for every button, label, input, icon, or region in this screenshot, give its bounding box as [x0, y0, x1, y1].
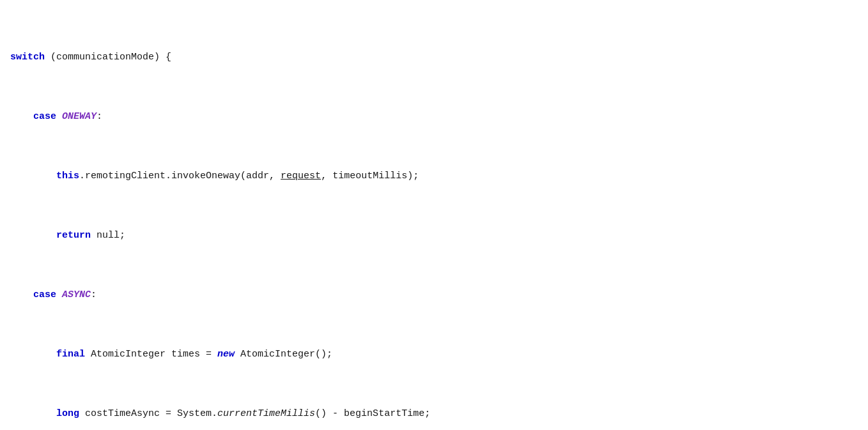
line-1: switch (communicationMode) {	[0, 50, 868, 65]
case-async-label: ASYNC	[62, 289, 91, 300]
new-kw-1: new	[217, 349, 235, 360]
switch-keyword: switch	[10, 52, 45, 63]
line-3: this.remotingClient.invokeOneway(addr, r…	[0, 169, 868, 183]
final-kw: final	[56, 349, 85, 360]
this-kw-1: this	[56, 171, 79, 181]
line-6: final AtomicInteger times = new AtomicIn…	[0, 347, 868, 362]
code-block: switch (communicationMode) { case ONEWAY…	[0, 0, 868, 430]
line-7: long costTimeAsync = System.currentTimeM…	[0, 406, 868, 421]
case-keyword-2: case	[33, 289, 56, 300]
line-2: case ONEWAY:	[0, 109, 868, 124]
line-5: case ASYNC:	[0, 288, 868, 302]
return-kw-1: return	[56, 230, 91, 241]
case-oneway-label: ONEWAY	[62, 111, 97, 122]
long-kw-1: long	[56, 408, 79, 419]
case-keyword-1: case	[33, 111, 56, 122]
request-underline: request	[281, 171, 321, 181]
line-4: return null;	[0, 228, 868, 243]
